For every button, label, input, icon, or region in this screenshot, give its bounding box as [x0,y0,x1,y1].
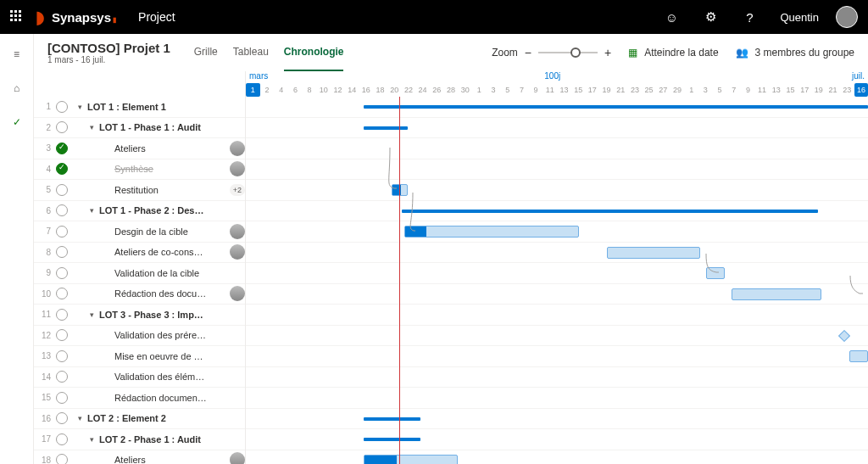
row-number: 13 [39,351,51,361]
view-tabs: Grille Tableau Chronologie [194,34,344,71]
summary-bar[interactable] [402,210,819,213]
task-row[interactable]: 13Mise en oeuvre de … [34,346,245,367]
summary-bar[interactable] [364,417,420,421]
app-launcher-icon[interactable] [10,10,24,24]
settings-icon[interactable]: ⚙ [697,3,724,31]
task-row[interactable]: 3Ateliers [34,138,245,159]
task-row[interactable]: 2▾LOT 1 - Phase 1 : Audit [34,118,245,139]
task-bar[interactable] [706,267,725,279]
chevron-down-icon[interactable]: ▾ [90,310,94,319]
status-circle[interactable] [56,246,68,258]
status-circle[interactable] [56,121,68,133]
timeline-row [246,305,868,326]
task-row[interactable]: 4Synthèse [34,159,245,181]
milestone-marker[interactable] [838,329,850,341]
timescale-tick: 12 [331,83,345,97]
assignee-avatar[interactable] [230,141,245,156]
task-row[interactable]: 11▾LOT 3 - Phase 3 : Imp… [34,305,245,326]
summary-bar[interactable] [364,438,420,441]
status-circle[interactable] [56,329,68,341]
members-button[interactable]: 👥 3 membres du groupe [736,47,854,59]
timeline-row [246,97,868,118]
tab-grid[interactable]: Grille [194,34,218,71]
task-name: Validation de la cible [114,268,245,278]
status-circle[interactable] [56,101,68,113]
task-bar[interactable] [404,226,579,238]
status-circle[interactable] [56,288,68,299]
user-avatar[interactable] [836,6,858,28]
chevron-down-icon[interactable]: ▾ [78,103,82,111]
timescale-tick: 1 [472,83,487,97]
timescale-tick: 15 [571,83,586,97]
zoom-control[interactable]: Zoom − + [492,46,611,59]
timescale-tick: 11 [755,83,770,97]
extra-assignees-badge[interactable]: +2 [230,184,245,196]
status-circle[interactable] [56,204,68,216]
chevron-down-icon[interactable]: ▾ [90,123,94,131]
task-bar[interactable] [732,288,821,300]
task-row[interactable]: 17▾LOT 2 - Phase 1 : Audit [34,429,245,450]
task-row[interactable]: 1▾LOT 1 : Element 1 [34,97,245,118]
assignee-avatar[interactable] [230,161,245,176]
summary-bar[interactable] [364,126,407,130]
task-row[interactable]: 6▾LOT 1 - Phase 2 : Des… [34,201,245,222]
status-circle[interactable] [56,184,68,196]
status-circle[interactable] [56,267,68,279]
status-circle[interactable] [56,433,68,445]
timescale-tick: 24 [415,83,430,97]
timeline-row [246,409,868,430]
task-row[interactable]: 5Restitution+2 [34,180,245,201]
assignee-avatar[interactable] [230,452,245,464]
task-name: Synthèse [114,164,225,174]
task-row[interactable]: 18Ateliers [34,450,245,465]
tab-timeline[interactable]: Chronologie [284,34,344,71]
task-row[interactable]: 9Validation de la cible [34,263,245,284]
task-name: Rédaction des docu… [114,288,225,299]
timescale-tick: 13 [557,83,571,97]
tab-board[interactable]: Tableau [233,34,269,71]
assignee-avatar[interactable] [230,286,245,301]
task-bar[interactable] [364,455,457,465]
home-icon[interactable]: ⌂ [3,75,31,102]
timescale-tick: 9 [741,83,755,97]
task-row[interactable]: 8Ateliers de co-cons… [34,243,245,264]
status-circle[interactable] [56,143,68,154]
task-row[interactable]: 10Rédaction des docu… [34,284,245,305]
status-circle[interactable] [56,371,68,383]
left-rail: ≡ ⌂ ✓ [0,34,34,464]
menu-icon[interactable]: ≡ [3,41,31,68]
task-row[interactable]: 7Desgin de la cible [34,221,245,243]
assignee-avatar[interactable] [230,224,245,239]
assignee-avatar[interactable] [230,244,245,260]
timescale-tick: 16 [359,83,374,97]
status-circle[interactable] [56,309,68,321]
task-bar[interactable] [607,247,700,259]
summary-bar[interactable] [364,105,868,109]
zoom-label: Zoom [492,47,518,59]
timescale-tick: 17 [586,83,600,97]
timeline-row [246,159,868,181]
status-circle[interactable] [56,454,68,464]
check-icon[interactable]: ✓ [3,109,31,136]
task-row[interactable]: 14Validation des élém… [34,367,245,389]
task-bar[interactable] [849,350,868,362]
status-circle[interactable] [56,350,68,362]
chevron-down-icon[interactable]: ▾ [78,414,82,422]
task-name: LOT 1 - Phase 1 : Audit [99,122,245,132]
help-icon[interactable]: ? [736,3,763,31]
timescale-tick: 16 [854,83,868,97]
emoji-icon[interactable]: ☺ [658,3,685,31]
chevron-down-icon[interactable]: ▾ [90,435,94,444]
timescale-tick: 1 [246,83,260,97]
status-circle[interactable] [56,163,68,175]
zoom-slider[interactable] [538,52,598,53]
status-circle[interactable] [56,226,68,238]
chevron-down-icon[interactable]: ▾ [90,206,94,215]
status-circle[interactable] [56,392,68,404]
task-row[interactable]: 15Rédaction documen… [34,388,245,409]
status-circle[interactable] [56,412,68,424]
task-row[interactable]: 12Validation des prére… [34,326,245,347]
task-row[interactable]: 16▾LOT 2 : Element 2 [34,409,245,430]
task-name: LOT 2 : Element 2 [87,413,245,423]
goto-date-button[interactable]: ▦ Atteindre la date [628,47,718,59]
